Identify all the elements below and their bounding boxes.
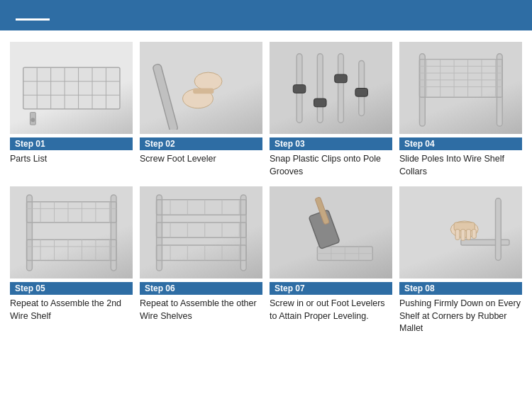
svg-rect-20 xyxy=(314,98,326,107)
svg-rect-56 xyxy=(156,199,245,214)
svg-rect-68 xyxy=(156,245,245,260)
step-image-7 xyxy=(270,186,392,278)
svg-rect-14 xyxy=(193,88,214,94)
svg-rect-87 xyxy=(466,229,470,240)
step-item-7: Step 07 Screw in or out Foot Levelers to… xyxy=(270,186,392,335)
svg-rect-22 xyxy=(355,88,368,96)
step-badge-2: Step 02 xyxy=(140,137,262,150)
svg-rect-16 xyxy=(317,53,323,122)
svg-rect-55 xyxy=(240,194,246,270)
step-desc-7: Screw in or out Foot Levelers to Attain … xyxy=(270,298,392,322)
step-item-6: Step 06 Repeat to Assemble the other Wir… xyxy=(140,186,262,335)
step-image-3 xyxy=(270,42,392,134)
step-desc-3: Snap Plastic Clips onto Pole Grooves xyxy=(270,153,392,178)
svg-rect-86 xyxy=(461,229,465,240)
step-desc-5: Repeat to Assemble the 2nd Wire Shelf xyxy=(10,298,133,322)
svg-rect-25 xyxy=(419,59,502,97)
step-item-5: Step 05 Repeat to Assemble the 2nd Wire … xyxy=(10,186,133,335)
header xyxy=(0,0,532,30)
svg-rect-37 xyxy=(111,194,116,270)
svg-rect-62 xyxy=(156,222,245,237)
svg-rect-36 xyxy=(26,194,32,270)
step-badge-4: Step 04 xyxy=(399,137,522,150)
step-badge-8: Step 08 xyxy=(399,282,522,295)
step-desc-1: Parts List xyxy=(10,153,133,166)
steps-grid: Step 01 Parts List Step 02 Screw Foot Le… xyxy=(10,42,522,335)
content: Step 01 Parts List Step 02 Screw Foot Le… xyxy=(0,30,532,345)
svg-rect-17 xyxy=(338,53,343,122)
step-item-1: Step 01 Parts List xyxy=(10,42,133,178)
step-image-2 xyxy=(140,42,262,134)
svg-rect-0 xyxy=(23,67,119,108)
svg-point-13 xyxy=(194,72,222,90)
step-item-3: Step 03 Snap Plastic Clips onto Pole Gro… xyxy=(270,42,392,178)
svg-point-10 xyxy=(31,118,35,122)
step-badge-3: Step 03 xyxy=(270,137,392,150)
step-badge-5: Step 05 xyxy=(10,282,133,295)
step-item-8: Step 08 Pushing Firmly Down on Every She… xyxy=(399,186,522,335)
step-badge-6: Step 06 xyxy=(140,282,262,295)
step-item-2: Step 02 Screw Foot Leveler xyxy=(140,42,262,178)
svg-rect-88 xyxy=(472,229,476,238)
svg-rect-81 xyxy=(461,240,509,245)
svg-rect-85 xyxy=(455,229,460,240)
header-underline xyxy=(16,18,50,21)
step-desc-2: Screw Foot Leveler xyxy=(140,153,262,166)
step-image-6 xyxy=(140,186,262,278)
svg-rect-11 xyxy=(153,63,178,129)
svg-rect-19 xyxy=(293,84,306,93)
step-item-4: Step 04 Slide Poles Into Wire Shelf Coll… xyxy=(399,42,522,178)
step-badge-7: Step 07 xyxy=(270,282,392,295)
svg-rect-21 xyxy=(334,74,347,83)
step-image-1 xyxy=(10,42,133,134)
step-badge-1: Step 01 xyxy=(10,137,133,150)
step-image-8 xyxy=(399,186,522,278)
step-desc-6: Repeat to Assemble the other Wire Shelve… xyxy=(140,298,262,322)
svg-rect-23 xyxy=(419,53,425,125)
svg-rect-82 xyxy=(495,198,501,260)
step-image-5 xyxy=(10,186,133,278)
svg-rect-24 xyxy=(497,53,502,125)
step-image-4 xyxy=(399,42,522,134)
step-desc-4: Slide Poles Into Wire Shelf Collars xyxy=(399,153,522,178)
step-desc-8: Pushing Firmly Down on Every Shelf at Co… xyxy=(399,298,522,335)
svg-rect-54 xyxy=(156,194,162,270)
